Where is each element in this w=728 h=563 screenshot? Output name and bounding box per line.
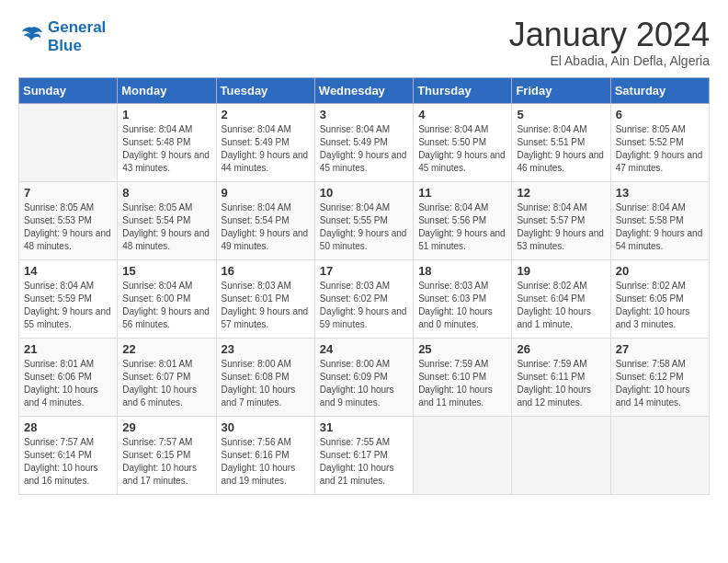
day-cell: 2Sunrise: 8:04 AMSunset: 5:49 PMDaylight… <box>216 104 314 182</box>
day-cell: 22Sunrise: 8:01 AMSunset: 6:07 PMDayligh… <box>118 339 216 417</box>
day-number: 12 <box>517 186 605 200</box>
day-info: Sunrise: 8:03 AMSunset: 6:01 PMDaylight:… <box>222 280 310 331</box>
day-info: Sunrise: 8:04 AMSunset: 5:48 PMDaylight:… <box>122 123 210 175</box>
day-cell <box>512 417 610 495</box>
day-number: 21 <box>24 342 112 356</box>
day-info: Sunrise: 8:04 AMSunset: 5:49 PMDaylight:… <box>222 123 310 175</box>
day-number: 10 <box>320 186 408 200</box>
day-number: 26 <box>517 342 605 356</box>
week-row-5: 28Sunrise: 7:57 AMSunset: 6:14 PMDayligh… <box>19 417 710 495</box>
day-number: 8 <box>122 186 210 200</box>
day-info: Sunrise: 8:04 AMSunset: 6:00 PMDaylight:… <box>122 280 210 331</box>
week-row-4: 21Sunrise: 8:01 AMSunset: 6:06 PMDayligh… <box>19 339 710 417</box>
day-number: 17 <box>320 264 408 278</box>
day-cell: 5Sunrise: 8:04 AMSunset: 5:51 PMDaylight… <box>512 104 610 182</box>
day-number: 19 <box>517 264 605 278</box>
day-info: Sunrise: 7:57 AMSunset: 6:15 PMDaylight:… <box>122 436 210 488</box>
day-number: 18 <box>418 264 506 278</box>
day-number: 11 <box>418 186 506 200</box>
day-info: Sunrise: 8:02 AMSunset: 6:05 PMDaylight:… <box>616 280 704 331</box>
day-number: 1 <box>122 108 210 121</box>
day-cell <box>414 417 512 495</box>
logo-icon <box>18 26 44 48</box>
day-info: Sunrise: 8:03 AMSunset: 6:03 PMDaylight:… <box>418 280 506 331</box>
day-number: 3 <box>320 108 408 121</box>
header-cell-saturday: Saturday <box>610 78 709 104</box>
day-info: Sunrise: 7:55 AMSunset: 6:17 PMDaylight:… <box>320 436 408 488</box>
day-info: Sunrise: 8:04 AMSunset: 5:54 PMDaylight:… <box>222 201 310 253</box>
day-info: Sunrise: 8:04 AMSunset: 5:55 PMDaylight:… <box>320 201 408 253</box>
day-number: 16 <box>222 264 310 278</box>
page-header: General Blue January 2024 El Abadia, Ain… <box>18 18 710 68</box>
day-cell: 21Sunrise: 8:01 AMSunset: 6:06 PMDayligh… <box>19 339 118 417</box>
day-cell: 16Sunrise: 8:03 AMSunset: 6:01 PMDayligh… <box>216 260 314 339</box>
day-cell: 6Sunrise: 8:05 AMSunset: 5:52 PMDaylight… <box>610 104 709 182</box>
header-cell-wednesday: Wednesday <box>314 78 413 104</box>
day-number: 6 <box>616 108 704 121</box>
day-info: Sunrise: 8:05 AMSunset: 5:54 PMDaylight:… <box>122 201 210 253</box>
day-number: 20 <box>616 264 704 278</box>
day-info: Sunrise: 7:56 AMSunset: 6:16 PMDaylight:… <box>222 436 310 488</box>
day-number: 2 <box>222 108 310 121</box>
day-cell: 24Sunrise: 8:00 AMSunset: 6:09 PMDayligh… <box>314 339 413 417</box>
header-cell-sunday: Sunday <box>19 78 118 104</box>
day-cell: 28Sunrise: 7:57 AMSunset: 6:14 PMDayligh… <box>19 417 118 495</box>
day-info: Sunrise: 8:01 AMSunset: 6:06 PMDaylight:… <box>24 358 112 409</box>
day-info: Sunrise: 7:57 AMSunset: 6:14 PMDaylight:… <box>24 436 112 488</box>
day-cell: 11Sunrise: 8:04 AMSunset: 5:56 PMDayligh… <box>414 182 512 260</box>
day-info: Sunrise: 8:04 AMSunset: 5:49 PMDaylight:… <box>320 123 408 175</box>
logo-text: General Blue <box>48 18 106 54</box>
header-cell-monday: Monday <box>118 78 216 104</box>
day-info: Sunrise: 8:00 AMSunset: 6:09 PMDaylight:… <box>320 358 408 409</box>
day-number: 23 <box>222 342 310 356</box>
day-info: Sunrise: 8:04 AMSunset: 5:50 PMDaylight:… <box>418 123 506 175</box>
day-number: 30 <box>222 420 310 434</box>
day-info: Sunrise: 7:59 AMSunset: 6:11 PMDaylight:… <box>517 358 605 409</box>
day-cell: 14Sunrise: 8:04 AMSunset: 5:59 PMDayligh… <box>19 260 118 339</box>
day-info: Sunrise: 8:04 AMSunset: 5:57 PMDaylight:… <box>517 201 605 253</box>
day-number: 4 <box>418 108 506 121</box>
day-info: Sunrise: 8:05 AMSunset: 5:53 PMDaylight:… <box>24 201 112 253</box>
day-info: Sunrise: 8:04 AMSunset: 5:56 PMDaylight:… <box>418 201 506 253</box>
day-cell: 13Sunrise: 8:04 AMSunset: 5:58 PMDayligh… <box>610 182 709 260</box>
day-number: 22 <box>122 342 210 356</box>
day-number: 15 <box>122 264 210 278</box>
calendar-header: SundayMondayTuesdayWednesdayThursdayFrid… <box>19 78 710 104</box>
day-info: Sunrise: 8:02 AMSunset: 6:04 PMDaylight:… <box>517 280 605 331</box>
day-info: Sunrise: 8:04 AMSunset: 5:59 PMDaylight:… <box>24 280 112 331</box>
day-info: Sunrise: 8:03 AMSunset: 6:02 PMDaylight:… <box>320 280 408 331</box>
day-cell: 10Sunrise: 8:04 AMSunset: 5:55 PMDayligh… <box>314 182 413 260</box>
day-cell: 15Sunrise: 8:04 AMSunset: 6:00 PMDayligh… <box>118 260 216 339</box>
week-row-3: 14Sunrise: 8:04 AMSunset: 5:59 PMDayligh… <box>19 260 710 339</box>
day-info: Sunrise: 8:04 AMSunset: 5:51 PMDaylight:… <box>517 123 605 175</box>
day-cell: 31Sunrise: 7:55 AMSunset: 6:17 PMDayligh… <box>314 417 413 495</box>
day-cell <box>610 417 709 495</box>
day-number: 7 <box>24 186 112 200</box>
day-info: Sunrise: 7:58 AMSunset: 6:12 PMDaylight:… <box>616 358 704 409</box>
header-row: SundayMondayTuesdayWednesdayThursdayFrid… <box>19 78 710 104</box>
day-info: Sunrise: 8:01 AMSunset: 6:07 PMDaylight:… <box>122 358 210 409</box>
day-cell: 30Sunrise: 7:56 AMSunset: 6:16 PMDayligh… <box>216 417 314 495</box>
day-cell: 26Sunrise: 7:59 AMSunset: 6:11 PMDayligh… <box>512 339 610 417</box>
day-number: 27 <box>616 342 704 356</box>
title-block: January 2024 El Abadia, Ain Defla, Alger… <box>509 18 710 68</box>
day-cell: 4Sunrise: 8:04 AMSunset: 5:50 PMDaylight… <box>414 104 512 182</box>
day-cell: 27Sunrise: 7:58 AMSunset: 6:12 PMDayligh… <box>610 339 709 417</box>
day-cell: 19Sunrise: 8:02 AMSunset: 6:04 PMDayligh… <box>512 260 610 339</box>
day-cell: 23Sunrise: 8:00 AMSunset: 6:08 PMDayligh… <box>216 339 314 417</box>
day-number: 24 <box>320 342 408 356</box>
day-cell: 18Sunrise: 8:03 AMSunset: 6:03 PMDayligh… <box>414 260 512 339</box>
day-info: Sunrise: 8:00 AMSunset: 6:08 PMDaylight:… <box>222 358 310 409</box>
day-number: 13 <box>616 186 704 200</box>
day-cell: 7Sunrise: 8:05 AMSunset: 5:53 PMDaylight… <box>19 182 118 260</box>
day-number: 25 <box>418 342 506 356</box>
day-cell: 1Sunrise: 8:04 AMSunset: 5:48 PMDaylight… <box>118 104 216 182</box>
day-cell: 17Sunrise: 8:03 AMSunset: 6:02 PMDayligh… <box>314 260 413 339</box>
day-number: 9 <box>222 186 310 200</box>
day-number: 31 <box>320 420 408 434</box>
day-number: 29 <box>122 420 210 434</box>
month-title: January 2024 <box>509 18 710 52</box>
day-info: Sunrise: 7:59 AMSunset: 6:10 PMDaylight:… <box>418 358 506 409</box>
week-row-1: 1Sunrise: 8:04 AMSunset: 5:48 PMDaylight… <box>19 104 710 182</box>
day-cell: 3Sunrise: 8:04 AMSunset: 5:49 PMDaylight… <box>314 104 413 182</box>
